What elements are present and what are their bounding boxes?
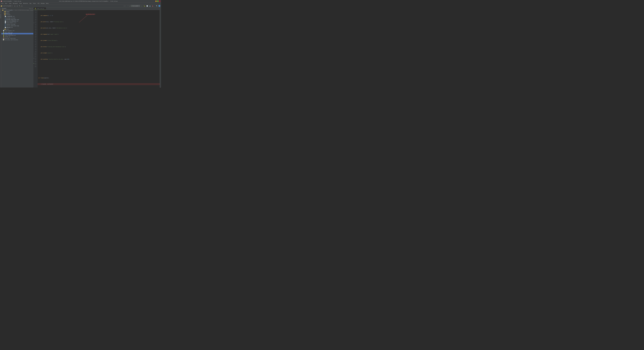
toolbar-build-icon[interactable]: 🔨 bbox=[18, 5, 20, 7]
code-close3: ) bbox=[63, 21, 64, 22]
line-num-86: 86 bbox=[34, 29, 37, 30]
line-num-88: 88 bbox=[34, 32, 37, 34]
sidebar-images-label: images bbox=[6, 11, 10, 12]
code-lines[interactable]: plt.subplot(2, 1, 2) plt.plot(loss, labe… bbox=[38, 10, 160, 87]
avatar-icon[interactable]: 👤 bbox=[158, 5, 160, 7]
stop-button[interactable]: ■ bbox=[152, 5, 154, 7]
menu-navigate[interactable]: Navigate bbox=[12, 2, 18, 4]
sidebar-item-utils[interactable]: ▶ 📁 utils bbox=[1, 28, 34, 30]
sidebar-item-cnn-txt[interactable]: 📄 cnn训练过程.txt bbox=[1, 15, 34, 17]
menu-edit[interactable]: Edit bbox=[4, 2, 8, 4]
structure-tab-right[interactable]: Structure bbox=[160, 87, 161, 87]
sidebar-item-results-mobilenet[interactable]: 🖼 results_mobilenet.png bbox=[1, 25, 34, 27]
menu-bar: File Edit View Navigate Code Refactor Ru… bbox=[0, 2, 161, 4]
sidebar-window-icon: 🐍 bbox=[3, 36, 4, 37]
line-num-90: 90 bbox=[34, 35, 37, 37]
sidebar-heatmap-cnn-icon: 🖼 bbox=[5, 17, 6, 18]
menu-code[interactable]: Code bbox=[18, 2, 22, 4]
menu-refactor[interactable]: Refactor bbox=[22, 2, 29, 4]
sidebar-item-window[interactable]: 🐍 window.py bbox=[1, 36, 34, 37]
sidebar-cog-icon[interactable]: ⚙ bbox=[29, 8, 30, 9]
code-line-80: plt.title('Training and Validation Loss'… bbox=[38, 46, 160, 47]
line-num-99: 99 bbox=[34, 50, 37, 52]
gutter-icon-82: ◀ bbox=[34, 22, 34, 23]
line-num-93: 93 bbox=[34, 40, 37, 42]
sidebar-item-scratches[interactable]: ▶ 📝 Scratches and Consoles bbox=[1, 39, 34, 40]
project-label: Project bbox=[2, 8, 6, 9]
project-name: tranfficSignRec bbox=[3, 0, 12, 2]
profile-button[interactable]: 📊 bbox=[146, 5, 148, 7]
close-button[interactable] bbox=[159, 0, 160, 2]
menu-tools[interactable]: Tools bbox=[32, 2, 36, 4]
structure-tab[interactable]: Structure bbox=[0, 8, 1, 13]
sidebar-item-test-log[interactable]: 📄 测试记录.txt bbox=[1, 27, 34, 28]
toolbar-project-label[interactable]: tranfficSignRec ▸ bbox=[2, 5, 13, 6]
bookmarks-tab[interactable]: Bookmarks bbox=[0, 13, 1, 18]
title-bar-right bbox=[156, 0, 160, 2]
toolbar-settings-icon[interactable]: ⚙ bbox=[14, 5, 16, 7]
menu-file[interactable]: File bbox=[0, 2, 4, 4]
editor-tab-train-cnn[interactable]: 🐍 train_cnn.py × bbox=[34, 7, 46, 10]
tab-close-icon[interactable]: × bbox=[44, 8, 45, 9]
sidebar-settings-icon[interactable]: ⚙ bbox=[32, 8, 33, 9]
code-line-79: plt.ylabel('Cross Entropy') bbox=[38, 40, 160, 41]
sidebar-item-heatmap-mobilenet[interactable]: 🖼 heatmap_mobilenet.png bbox=[1, 19, 34, 20]
sidebar-item-heatmap-cnn[interactable]: 🖼 heatmap_cnn.png bbox=[1, 17, 34, 19]
sidebar-results-label: results bbox=[6, 14, 10, 15]
menu-run[interactable]: Run bbox=[29, 2, 32, 4]
editor-scroll[interactable]: 75 76 77 78 79 80 81 ◀ 82 83 84 85 bbox=[34, 10, 160, 87]
sidebar-sort-icon[interactable]: ↕ bbox=[31, 8, 32, 9]
sidebar-item-results-cnn[interactable]: 🖼 results_cnn.png bbox=[1, 23, 34, 25]
line-num-80: 80 bbox=[34, 18, 37, 20]
sidebar-item-train-mobilenet[interactable]: 🐍 train_mobilenet.py bbox=[1, 34, 34, 36]
sidebar-item-results[interactable]: ▾ 📂 results bbox=[1, 14, 34, 15]
tab-label: train_cnn.py bbox=[36, 8, 44, 9]
sidebar-train-cnn-label: train_cnn.py bbox=[5, 33, 12, 34]
minimize-button[interactable] bbox=[156, 0, 156, 2]
sidebar-gear-icon[interactable]: ≡ bbox=[30, 8, 31, 9]
line-num-104: 104 bbox=[34, 59, 37, 61]
sidebar-heatmap-cnn-label: heatmap_cnn.png bbox=[6, 17, 15, 18]
run-config-arrow: ▾ bbox=[139, 5, 140, 6]
sidebar-item-models[interactable]: ▶ 📁 models bbox=[1, 12, 34, 14]
toolbar-list-icon[interactable]: ≡ bbox=[16, 5, 18, 7]
sidebar-external-label: External Libraries bbox=[5, 37, 16, 39]
sidebar-item-test-model[interactable]: 🐍 test_model.py bbox=[1, 31, 34, 33]
code-training-loss-str: 'Training Loss' bbox=[54, 21, 62, 22]
sidebar-models-arrow: ▶ bbox=[3, 13, 4, 14]
sidebar-results-cnn-label: results_cnn.png bbox=[6, 24, 15, 25]
sidebar-heatmap-mobilenet-icon: 🖼 bbox=[5, 19, 6, 20]
search-icon[interactable]: 🔍 bbox=[156, 5, 158, 7]
sidebar-item-requirements-results[interactable]: 📄 requirements.txt bbox=[1, 22, 34, 23]
menu-vcs[interactable]: VCS bbox=[37, 2, 40, 4]
sidebar-item-mobilenet-txt[interactable]: 📄 mobilenet训练过程.txt bbox=[1, 20, 34, 22]
run-button[interactable]: ▶ bbox=[141, 5, 143, 7]
maximize-button[interactable] bbox=[157, 0, 158, 2]
sidebar-cnn-txt-label: cnn训练过程.txt bbox=[6, 16, 15, 17]
sidebar-utils-label: utils bbox=[6, 28, 9, 30]
coverage-button[interactable]: 🔬 bbox=[149, 5, 151, 7]
app-logo: 🧠 bbox=[1, 0, 2, 2]
sidebar-external-arrow: ▶ bbox=[2, 38, 3, 39]
run-config-name: test_model bbox=[132, 5, 138, 6]
code-plt: plt bbox=[41, 15, 42, 16]
sidebar-scratches-arrow: ▶ bbox=[2, 39, 3, 40]
line-num-76: 76 bbox=[34, 12, 37, 13]
title-bar: 🧠 tranfficSignRec › train_cnn.py old_tra… bbox=[0, 0, 161, 2]
menu-window[interactable]: Window bbox=[40, 2, 45, 4]
sidebar-window-label: window.py bbox=[5, 36, 10, 37]
sidebar-item-images[interactable]: ▶ 📁 images bbox=[1, 11, 34, 12]
code-line-76: plt.plot(loss, label='Training Loss') bbox=[38, 21, 160, 22]
menu-view[interactable]: View bbox=[8, 2, 12, 4]
sidebar-root-item[interactable]: ▾ 📁 tranfficSignRec C:\Users\47382\Deskt… bbox=[1, 9, 34, 11]
menu-help[interactable]: Help bbox=[46, 2, 49, 4]
sidebar-item-external-libs[interactable]: ▶ 📚 External Libraries bbox=[1, 37, 34, 39]
run-config-selector[interactable]: ▶ test_model ▾ bbox=[130, 5, 140, 7]
line-num-82: ◀ 82 bbox=[34, 22, 37, 23]
sidebar-item-train-cnn[interactable]: 🐍 train_cnn.py bbox=[1, 33, 34, 34]
run-arrow-icon: ▶ bbox=[34, 62, 34, 64]
sidebar-scratches-label: Scratches and Consoles bbox=[5, 39, 18, 40]
debug-button[interactable]: 🐛 bbox=[144, 5, 146, 7]
sidebar-item-requirements[interactable]: 📄 requirements.txt bbox=[1, 30, 34, 31]
toolbar-config-icon[interactable]: ⚙ bbox=[21, 5, 23, 7]
